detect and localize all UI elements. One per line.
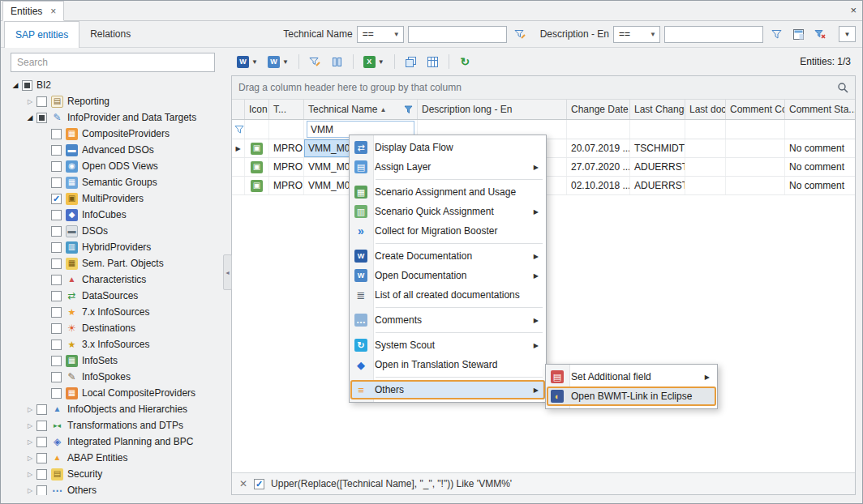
cell-icon[interactable]: ▣ (245, 177, 269, 194)
column-header-comment-co[interactable]: Comment Co... (726, 100, 785, 119)
filter-expression[interactable]: Upper(Replace([Technical Name], "_", "!"… (271, 478, 512, 489)
cell-change-date[interactable]: 02.10.2018 ... (567, 177, 630, 194)
menu-item-assign-layer[interactable]: ▤Assign Layer▶ (350, 157, 545, 177)
cell-last-doc[interactable] (685, 158, 726, 176)
group-by-panel[interactable]: Drag a column header here to group by th… (232, 76, 855, 100)
column-header-change-date[interactable]: Change Date (567, 100, 630, 119)
column-header-icon[interactable]: Icon (245, 100, 269, 119)
tree-item-semantic-groups[interactable]: ▦Semantic Groups (7, 174, 223, 190)
window-close-icon[interactable]: × (850, 4, 857, 16)
export-button[interactable]: X▼ (359, 52, 389, 71)
tree-expand-arrow-icon[interactable]: ▷ (24, 455, 36, 462)
apply-filter-button[interactable] (767, 25, 785, 43)
column-header-description-long-en[interactable]: Description long - En (418, 100, 567, 119)
refresh-button[interactable]: ↻ (455, 52, 475, 71)
tree-checkbox[interactable] (36, 404, 47, 415)
tree-checkbox[interactable] (51, 323, 62, 334)
filter-cell-icon[interactable] (245, 120, 269, 139)
copy-grid-button[interactable] (401, 52, 421, 71)
page-tab-sap-entities[interactable]: SAP entities (4, 21, 79, 48)
menu-item-create-documentation[interactable]: WCreate Documentation▶ (350, 246, 545, 266)
cell-last-changed[interactable]: ADUERRSTEIN (630, 158, 685, 176)
tree-item-compositeproviders[interactable]: ▦CompositeProviders (7, 126, 223, 142)
tree-checkbox[interactable] (36, 113, 47, 123)
description-operator-select[interactable]: == ▼ (613, 26, 660, 43)
tree-checkbox[interactable] (22, 80, 32, 91)
tree-item-open-ods-views[interactable]: ◉Open ODS Views (7, 158, 223, 174)
tree-item-infocubes[interactable]: ◆InfoCubes (7, 207, 223, 223)
cell-icon[interactable]: ▣ (245, 139, 269, 157)
open-documentation-button[interactable]: W▼ (264, 52, 293, 71)
tree-checkbox[interactable] (51, 226, 62, 237)
page-tab-relations[interactable]: Relations (79, 21, 141, 47)
tree-checkbox[interactable] (36, 453, 47, 463)
tree-checkbox[interactable] (36, 437, 47, 447)
tree-checkbox[interactable] (36, 421, 47, 431)
cell-comment-status[interactable]: No comment (785, 158, 855, 176)
cell-last-changed[interactable]: TSCHMIDT (630, 139, 685, 157)
cell-change-date[interactable]: 27.07.2020 ... (567, 158, 630, 176)
menu-item-comments[interactable]: …Comments▶ (350, 310, 545, 330)
column-filter-icon[interactable] (404, 105, 413, 114)
tree-search-input[interactable] (11, 53, 215, 72)
cell-last-doc[interactable] (685, 139, 726, 157)
column-layout-button[interactable] (327, 52, 347, 71)
tree-expand-arrow-icon[interactable]: ▷ (24, 98, 36, 105)
tree-item-security[interactable]: ▷▤Security (7, 466, 223, 482)
menu-item-display-data-flow[interactable]: ⇄Display Data Flow (350, 138, 545, 157)
tree-item-infosets[interactable]: ▦InfoSets (7, 352, 223, 369)
column-header-last-doc[interactable]: Last doc. (685, 100, 726, 119)
tree-item-characteristics[interactable]: ▲Characteristics (7, 271, 223, 288)
tree-expand-arrow-icon[interactable]: ▷ (24, 438, 36, 446)
filter-editor-button[interactable] (305, 52, 325, 71)
menu-item-open-in-translation-steward[interactable]: ◆Open in Translation Steward (350, 355, 545, 374)
tree-expand-arrow-icon[interactable]: ▷ (24, 471, 36, 478)
cell-type[interactable]: MPRO (269, 177, 304, 194)
tree-checkbox[interactable] (51, 177, 62, 188)
close-filter-icon[interactable]: ✕ (239, 478, 247, 489)
tree-item-3-x-infosources[interactable]: ★3.x InfoSources (7, 336, 223, 352)
tree-item-dsos[interactable]: ▬DSOs (7, 223, 223, 239)
tree-checkbox[interactable]: ✓ (51, 194, 62, 204)
tree-item-destinations[interactable]: ☀Destinations (7, 320, 223, 336)
tree-checkbox[interactable] (51, 388, 62, 399)
tree-checkbox[interactable] (51, 340, 62, 350)
tree-checkbox[interactable] (51, 307, 62, 318)
grid-views-button[interactable] (423, 52, 443, 71)
collapse-panel-icon[interactable]: ◄ (223, 254, 232, 290)
tree-item-multiproviders[interactable]: ✓▣MultiProviders (7, 190, 223, 207)
tree-checkbox[interactable] (51, 258, 62, 269)
clear-filter-button[interactable] (811, 25, 829, 43)
column-header-t[interactable]: T... (269, 100, 304, 119)
filter-panel-button[interactable] (789, 25, 807, 43)
tree-item-infospokes[interactable]: ✎InfoSpokes (7, 369, 223, 385)
tree-item-abap-entities[interactable]: ▷▲ABAP Entities (7, 450, 223, 466)
filter-editor-quick-button[interactable] (511, 25, 529, 43)
filter-cell-change-date[interactable] (567, 120, 630, 139)
menu-item-scenario-assignment-and-usage[interactable]: ▦Scenario Assignment and Usage (350, 182, 545, 202)
tree-checkbox[interactable] (51, 161, 62, 172)
tree-item-bi2[interactable]: ◢BI2 (7, 77, 223, 93)
filter-cell-type[interactable] (269, 120, 304, 139)
tree-expand-arrow-icon[interactable]: ▷ (24, 406, 36, 413)
tree-checkbox[interactable] (36, 96, 47, 107)
cell-last-doc[interactable] (685, 177, 726, 194)
menu-item-scenario-quick-assignment[interactable]: ▥Scenario Quick Assignment▶ (350, 202, 545, 221)
cell-comment-count[interactable] (726, 177, 785, 194)
tree-checkbox[interactable] (51, 210, 62, 220)
tree-checkbox[interactable] (36, 485, 47, 496)
tree-collapse-arrow-icon[interactable]: ◢ (24, 113, 36, 122)
tree-item-hybridproviders[interactable]: ▥HybridProviders (7, 239, 223, 255)
tree-item-transformations-and-dtps[interactable]: ▷▸◂Transformations and DTPs (7, 417, 223, 434)
panel-splitter[interactable]: ◄ (223, 48, 231, 495)
menu-item-list-of-all-created-documentations[interactable]: ≣List of all created documentations (350, 285, 545, 305)
cell-comment-count[interactable] (726, 139, 785, 157)
menu-item-open-documentation[interactable]: WOpen Documentation▶ (350, 266, 545, 285)
tab-close-icon[interactable]: × (50, 6, 56, 16)
tree-item-integrated-planning-and-bpc[interactable]: ▷◈Integrated Planning and BPC (7, 434, 223, 450)
tree-checkbox[interactable] (36, 469, 47, 480)
tree-item-others[interactable]: ▷⋯Others (7, 482, 223, 495)
tree-item-advanced-dsos[interactable]: ▬Advanced DSOs (7, 142, 223, 158)
filter-enabled-checkbox[interactable]: ✓ (254, 479, 264, 489)
create-documentation-button[interactable]: W▼ (233, 52, 262, 71)
